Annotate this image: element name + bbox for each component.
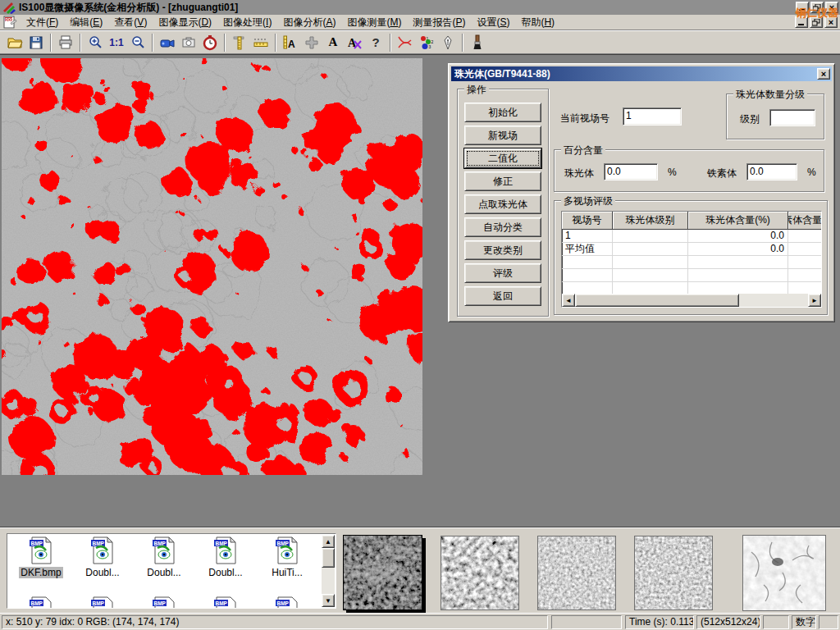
file-item[interactable]: BMP bbox=[195, 596, 256, 609]
curve-measure-button[interactable] bbox=[395, 32, 416, 52]
open-file-button[interactable] bbox=[4, 32, 25, 52]
menu-image-processing[interactable]: 图像处理(I) bbox=[217, 14, 277, 31]
zoom-in-button[interactable] bbox=[84, 32, 106, 52]
file-list-scrollbar[interactable]: ▲ ▼ bbox=[322, 535, 335, 607]
file-item[interactable]: BMP bbox=[11, 596, 71, 609]
file-item[interactable]: BMP bbox=[257, 596, 317, 609]
col-pearlite-content: 珠光体含量(%) bbox=[688, 212, 788, 230]
new-field-button[interactable]: 新视场 bbox=[464, 126, 541, 145]
file-item[interactable]: BMP DKF.bmp bbox=[11, 536, 71, 581]
scroll-up-icon[interactable]: ▲ bbox=[322, 535, 335, 548]
file-item[interactable]: BMP bbox=[134, 596, 194, 609]
child-restore-icon[interactable] bbox=[810, 16, 823, 28]
bmp-file-icon: BMP bbox=[152, 536, 176, 564]
help-icon: ? bbox=[372, 35, 379, 49]
bmp-file-icon: BMP bbox=[213, 596, 238, 609]
menu-image-analysis[interactable]: 图像分析(A) bbox=[277, 14, 341, 31]
menu-settings[interactable]: 设置(S) bbox=[471, 14, 515, 31]
table-row[interactable]: 平均值 0.0 bbox=[562, 243, 821, 256]
actual-size-button[interactable]: 1:1 bbox=[106, 32, 127, 52]
rating-table[interactable]: 视场号 珠光体级别 珠光体含量(%) 铁素体含量(%) 1 0.0 平均值 0.… bbox=[561, 211, 822, 308]
auto-classify-button[interactable]: 自动分类 bbox=[464, 217, 541, 237]
menu-file[interactable]: 文件(F) bbox=[21, 14, 64, 31]
file-item[interactable]: BMP Doubl... bbox=[134, 536, 194, 581]
print-button[interactable] bbox=[55, 32, 76, 52]
ferrite-input[interactable]: 0.0 bbox=[746, 163, 797, 180]
file-item[interactable]: BMP HuiTi... bbox=[257, 536, 317, 581]
micrograph-image[interactable] bbox=[2, 58, 422, 475]
dialog-title-bar[interactable]: 珠光体(GB/T9441-88) × bbox=[451, 66, 832, 81]
svg-text:BMP: BMP bbox=[31, 600, 43, 606]
percent-group-title: 百分含量 bbox=[561, 144, 605, 158]
table-row[interactable]: 1 0.0 bbox=[562, 230, 821, 243]
pen-draw-button[interactable] bbox=[437, 32, 459, 52]
bmp-file-icon: BMP bbox=[90, 596, 115, 609]
thumbnail-5[interactable] bbox=[742, 535, 826, 611]
brush-paint-button[interactable] bbox=[467, 32, 488, 52]
caliper-label-button[interactable]: A bbox=[280, 32, 301, 52]
pick-pearlite-button[interactable]: 点取珠光体 bbox=[464, 194, 541, 214]
bmp-file-icon: BMP bbox=[29, 536, 53, 564]
menu-image-measure[interactable]: 图像测量(M) bbox=[341, 14, 407, 31]
minimize-icon[interactable] bbox=[796, 2, 809, 13]
file-list[interactable]: BMP DKF.bmp BMP Doubl... bbox=[7, 533, 336, 609]
help-button[interactable]: ? bbox=[365, 32, 386, 52]
status-panel-empty bbox=[819, 615, 838, 629]
cell-grade bbox=[613, 243, 688, 255]
save-button[interactable] bbox=[25, 32, 47, 52]
video-capture-button[interactable] bbox=[157, 32, 178, 52]
restore-icon[interactable] bbox=[810, 2, 824, 13]
col-field-no: 视场号 bbox=[562, 212, 613, 230]
binarize-button[interactable]: 二值化 bbox=[464, 148, 541, 168]
ferrite-label: 铁素体 bbox=[707, 167, 737, 180]
scroll-down-icon[interactable]: ▼ bbox=[322, 594, 335, 607]
current-field-input[interactable]: 1 bbox=[623, 107, 682, 126]
correct-button[interactable]: 修正 bbox=[464, 171, 541, 191]
menu-edit[interactable]: 编辑(E) bbox=[64, 14, 108, 31]
menu-view[interactable]: 查看(V) bbox=[108, 14, 153, 31]
close-icon[interactable]: × bbox=[825, 2, 838, 13]
thumbnail-4[interactable] bbox=[634, 536, 713, 610]
current-field-label: 当前视场号 bbox=[560, 112, 609, 126]
ruler-horizontal-button[interactable] bbox=[250, 32, 272, 52]
count-points-button[interactable]: 1 2 3 bbox=[416, 32, 437, 52]
text-delete-button[interactable]: A bbox=[344, 32, 365, 52]
zoom-out-button[interactable] bbox=[127, 32, 148, 52]
snapshot-button[interactable] bbox=[178, 32, 199, 52]
col-pearlite-grade: 珠光体级别 bbox=[613, 212, 688, 230]
file-item[interactable]: BMP Doubl... bbox=[195, 536, 256, 581]
dialog-close-icon[interactable]: × bbox=[817, 68, 830, 80]
caliper-vertical-button[interactable] bbox=[229, 32, 250, 52]
thumbnail-1[interactable] bbox=[343, 535, 422, 610]
menu-image-display[interactable]: 图像显示(D) bbox=[153, 14, 217, 31]
table-hscrollbar[interactable]: ◄ ► bbox=[562, 294, 821, 307]
child-minimize-icon[interactable] bbox=[795, 16, 808, 28]
toolbar-separator bbox=[152, 34, 153, 52]
scroll-left-icon[interactable]: ◄ bbox=[562, 294, 575, 307]
grade-level-input[interactable] bbox=[769, 109, 815, 126]
thumbnail-3[interactable] bbox=[537, 536, 616, 610]
return-button[interactable]: 返回 bbox=[464, 286, 541, 306]
pearlite-input[interactable]: 0.0 bbox=[604, 163, 658, 180]
scroll-right-icon[interactable]: ► bbox=[808, 294, 821, 307]
initialize-button[interactable]: 初始化 bbox=[464, 103, 541, 122]
child-close-icon[interactable]: × bbox=[824, 16, 838, 28]
text-annotate-button[interactable]: A bbox=[322, 32, 344, 52]
svg-text:BMP: BMP bbox=[93, 541, 105, 546]
document-icon: DOC bbox=[3, 16, 17, 29]
operations-group: 操作 初始化 新视场 二值化 修正 点取珠光体 自动分类 更改类别 评级 返回 bbox=[457, 89, 549, 317]
workspace: 珠光体(GB/T9441-88) × 操作 初始化 新视场 二值化 修正 点取珠… bbox=[0, 54, 840, 527]
file-item[interactable]: BMP bbox=[72, 596, 133, 609]
vscroll-thumb[interactable] bbox=[322, 548, 335, 568]
svg-text:BMP: BMP bbox=[154, 600, 167, 606]
rate-button[interactable]: 评级 bbox=[464, 263, 541, 283]
timer-button[interactable] bbox=[199, 32, 221, 52]
move-cross-button[interactable] bbox=[301, 32, 322, 52]
file-item[interactable]: BMP Doubl... bbox=[72, 536, 133, 581]
menu-report[interactable]: 测量报告(P) bbox=[407, 14, 471, 31]
change-class-button[interactable]: 更改类别 bbox=[464, 240, 541, 260]
file-name: Doubl... bbox=[145, 567, 182, 578]
menu-help[interactable]: 帮助(H) bbox=[515, 14, 560, 31]
thumbnail-2[interactable] bbox=[441, 536, 519, 610]
hscroll-thumb[interactable] bbox=[575, 294, 739, 307]
